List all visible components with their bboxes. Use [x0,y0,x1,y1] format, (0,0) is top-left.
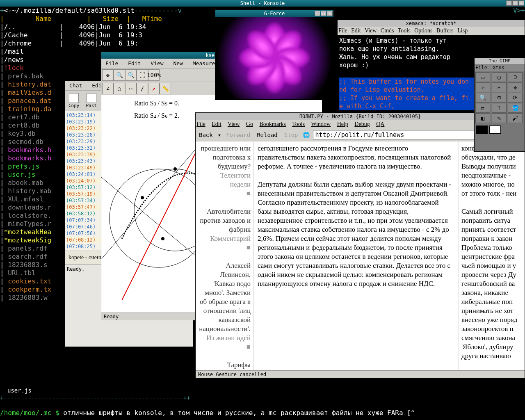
menu-measure[interactable]: Measure [189,59,219,67]
menu-qa[interactable]: QA [376,121,384,127]
circle-tool-icon[interactable]: ○ [114,83,125,94]
konsole-title: Shell - Konsole [240,0,285,6]
gforce-window: G-Force _ □ × [215,10,334,100]
rotate-icon[interactable]: ⟳ [508,93,523,103]
xemacs-titlebar[interactable]: xemacs: *scratch* [338,20,525,27]
scissors-icon[interactable]: ✂ [492,82,507,92]
menu-new[interactable]: New [170,59,186,67]
maximize-icon[interactable]: □ [512,0,518,6]
menu-cmds[interactable]: Cmds [381,27,394,34]
menu-file[interactable]: File [196,121,205,127]
zoom-icon[interactable]: 🔍 [475,93,490,103]
menu-window[interactable]: Window [311,121,331,127]
close-icon[interactable]: × [518,0,524,6]
menu-view[interactable]: View [147,59,167,67]
bg-color[interactable] [489,126,501,134]
menu-lisp[interactable]: Lisp [457,27,468,34]
copy-button[interactable]: Copy [67,92,81,109]
svg-line-4 [122,136,204,300]
zoom-100-icon[interactable]: 100% [148,69,160,81]
menu-debug[interactable]: Debug [354,121,370,127]
dropdown-icon[interactable]: ▾ [218,132,221,138]
menu-chat[interactable]: Chat [66,82,85,89]
visualizer [215,17,333,99]
article-body: сегодняшнего рассмотрения в Госдуме внес… [253,142,459,370]
gimp-titlebar[interactable]: The GIMP [475,58,525,64]
svg-point-7 [161,237,164,240]
pencil-icon[interactable]: ✎ [492,113,507,123]
mc-path-arrow: + [0,7,4,14]
mc-path: <-~/.mozilla/default/sa63lkd0.slt [4,7,135,14]
mc-bottom-border: +---------------------------------------… [0,395,190,401]
gimp-tools: ▭ ◯ ⊇ ✧ ✂ ✥ 🔍 ⊡ ⟳ ⇄ T 🪣 ◧ ✎ 🖌 [475,71,525,124]
mc-border: -----------v [135,7,182,14]
paste-icon [87,93,96,103]
mozilla-window: ПОЛИТ.РУ - Mozilla {Build ID: 2003040105… [195,112,525,375]
menu-edit[interactable]: Edit [351,27,361,34]
line-tool-icon[interactable]: ↗ [148,83,160,94]
wand-icon[interactable]: ✧ [475,82,490,92]
close-icon[interactable]: × [327,11,333,16]
zoom-out-icon[interactable]: 🔍 [125,69,137,81]
menu-file[interactable]: File [338,27,347,34]
minimize-icon[interactable]: _ [315,11,320,16]
stop-button[interactable]: Stop [283,131,300,139]
menu-view[interactable]: View [228,121,240,127]
brush-icon[interactable]: 🖌 [508,113,523,123]
ellipse-select-icon[interactable]: ◯ [492,72,507,82]
menu-edit[interactable]: Edit [125,59,144,67]
svg-point-6 [173,167,177,171]
menu-options[interactable]: Options [414,27,432,34]
right-column: конферен обсуждали, что де Выводы получи… [459,142,525,370]
site-icon: 🌐 [303,132,310,138]
konsole-titlebar[interactable]: Shell - Konsole _ □ × [0,0,525,7]
angle-tool-icon[interactable]: ∠ [102,83,114,94]
menu-edit[interactable]: Edit [212,121,221,127]
gimp-menubar: File Xtns [475,64,525,71]
move-icon[interactable]: ✥ [508,82,523,92]
menu-xtns[interactable]: Xtns [493,65,504,71]
xemacs-menubar: File Edit View Cmds Tools Options Buffer… [338,27,525,35]
menu-bookmarks[interactable]: Bookmarks [259,121,286,127]
browser-content[interactable]: прошедшего или подготовка к будущему? Те… [196,142,525,370]
paste-button[interactable]: Past [84,92,99,109]
menu-tools[interactable]: Tools [292,121,305,127]
reload-button[interactable]: Reload [255,131,279,139]
menu-file[interactable]: File [475,65,487,71]
menu-go[interactable]: Go [246,121,253,127]
bucket-icon[interactable]: 🪣 [508,103,523,113]
gradient-icon[interactable]: ◧ [475,113,490,123]
back-button[interactable]: Back [197,131,215,139]
zoom-in-icon[interactable]: 🔍 [114,69,125,81]
color-swatches [475,124,525,135]
menu-help[interactable]: Help [337,121,348,127]
gimp-toolbox: The GIMP File Xtns ▭ ◯ ⊇ ✧ ✂ ✥ 🔍 ⊡ ⟳ ⇄ T… [474,57,525,152]
mozilla-statusbar: Mouse Gesture cancelled [196,370,525,378]
lasso-icon[interactable]: ⊇ [508,72,523,82]
ruler-tool-icon[interactable]: 📏 [160,83,171,94]
segment-tool-icon[interactable]: / [137,83,148,94]
menu-file[interactable]: File [102,59,121,67]
svg-point-5 [141,196,144,199]
maximize-icon[interactable]: □ [321,11,326,16]
text-icon[interactable]: T [492,103,507,113]
svg-point-0 [110,169,208,267]
menu-buffers[interactable]: Buffers [436,27,454,34]
shell-prompt[interactable]: /home/moo/.mc $ отличные шрифты в konsol… [0,409,415,417]
copy-icon [69,93,79,103]
fg-color[interactable] [476,126,488,134]
zoom-fit-icon[interactable]: ⛶ [137,69,148,81]
rect-select-icon[interactable]: ▭ [475,72,490,82]
arc-tool-icon[interactable]: ⌒ [125,83,137,94]
menu-view[interactable]: View [365,27,377,34]
mc-selected-file: user.js [7,387,32,394]
forward-button[interactable]: Forward [224,131,252,139]
flip-icon[interactable]: ⇄ [475,103,490,113]
move-tool-icon[interactable]: ✥ [102,69,114,81]
gforce-titlebar[interactable]: G-Force _ □ × [215,10,333,17]
crop-icon[interactable]: ⊡ [492,93,507,103]
sidebar-column: прошедшего или подготовка к будущему? Те… [196,142,253,370]
menu-tools[interactable]: Tools [398,27,411,34]
minimize-icon[interactable]: _ [506,0,512,6]
